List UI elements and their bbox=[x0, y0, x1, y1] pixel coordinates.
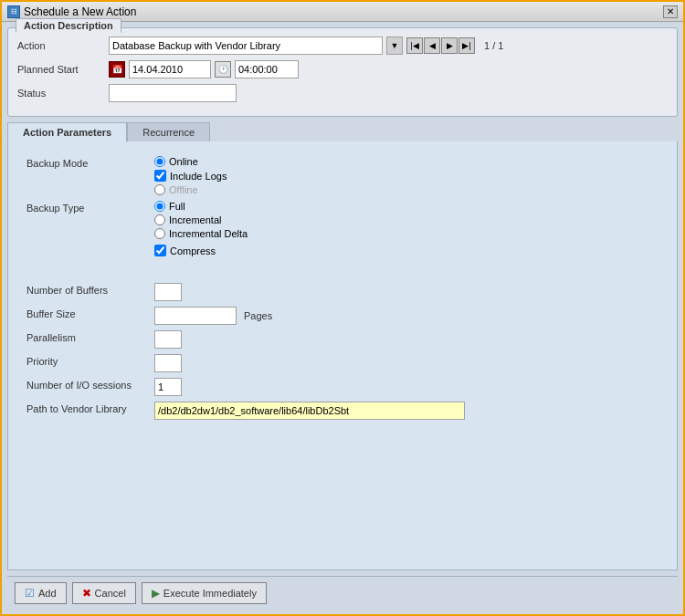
time-input[interactable] bbox=[235, 60, 299, 78]
incremental-option: Incremental bbox=[154, 214, 248, 225]
bottom-toolbar: ☑ Add ✖ Cancel ▶ Execute Immediately bbox=[7, 576, 678, 609]
offline-radio[interactable] bbox=[154, 184, 165, 195]
action-value-container: ▼ |◀ ◀ ▶ ▶| 1 / 1 bbox=[109, 37, 668, 55]
offline-label: Offline bbox=[169, 184, 198, 195]
main-window: ⊟ Schedule a New Action ✕ Action Descrip… bbox=[0, 0, 685, 616]
full-radio[interactable] bbox=[154, 201, 165, 212]
action-input[interactable] bbox=[109, 37, 383, 55]
title-bar-left: ⊟ Schedule a New Action bbox=[7, 5, 136, 18]
num-io-sessions-row: Number of I/O sessions bbox=[26, 378, 659, 396]
main-panel: Backup Mode Online Include Logs bbox=[7, 141, 678, 570]
priority-row: Priority bbox=[26, 354, 659, 372]
tab-action-parameters[interactable]: Action Parameters bbox=[7, 122, 127, 142]
online-label: Online bbox=[169, 156, 198, 167]
priority-label: Priority bbox=[26, 354, 154, 367]
planned-start-row: Planned Start 📅 🕐 bbox=[17, 59, 668, 79]
action-row: Action ▼ |◀ ◀ ▶ ▶| 1 / 1 bbox=[17, 36, 668, 56]
include-logs-checkbox[interactable] bbox=[154, 170, 166, 182]
buffer-size-label: Buffer Size bbox=[26, 307, 154, 319]
compress-row: Compress bbox=[26, 245, 659, 263]
nav-first-btn[interactable]: |◀ bbox=[406, 37, 423, 54]
buffer-size-input[interactable] bbox=[154, 307, 237, 325]
compress-label-spacer bbox=[26, 245, 154, 246]
tabs-area: Action Parameters Recurrence Backup Mode… bbox=[7, 122, 678, 570]
num-buffers-row: Number of Buffers bbox=[26, 283, 659, 301]
gap1 bbox=[26, 268, 659, 277]
planned-start-value: 📅 🕐 bbox=[109, 60, 668, 78]
online-radio[interactable] bbox=[154, 156, 165, 167]
cancel-icon: ✖ bbox=[82, 587, 91, 600]
calendar-icon[interactable]: 📅 bbox=[109, 61, 125, 78]
date-input[interactable] bbox=[129, 60, 211, 78]
action-description-tab: Action Description bbox=[16, 18, 121, 33]
add-icon: ☑ bbox=[25, 587, 35, 600]
incremental-label: Incremental bbox=[169, 214, 221, 225]
vendor-library-label: Path to Vendor Library bbox=[26, 402, 154, 414]
nav-last-btn[interactable]: ▶| bbox=[458, 37, 475, 54]
num-io-sessions-input[interactable] bbox=[154, 378, 182, 396]
close-button[interactable]: ✕ bbox=[663, 5, 678, 18]
full-option: Full bbox=[154, 201, 248, 212]
cancel-label: Cancel bbox=[95, 588, 126, 599]
planned-start-label: Planned Start bbox=[17, 64, 109, 75]
nav-buttons: |◀ ◀ ▶ ▶| bbox=[406, 37, 475, 54]
cancel-button[interactable]: ✖ Cancel bbox=[72, 582, 136, 604]
execute-button[interactable]: ▶ Execute Immediately bbox=[142, 582, 267, 604]
incremental-delta-label: Incremental Delta bbox=[169, 228, 248, 239]
backup-type-label: Backup Type bbox=[26, 201, 154, 214]
parallelism-row: Parallelism bbox=[26, 330, 659, 349]
buffer-size-row: Buffer Size Pages bbox=[26, 307, 659, 325]
status-row: Status bbox=[17, 83, 668, 103]
incremental-delta-option: Incremental Delta bbox=[154, 228, 248, 239]
tabs-container: Action Parameters Recurrence bbox=[7, 122, 678, 142]
num-buffers-input[interactable] bbox=[154, 283, 182, 301]
window-title: Schedule a New Action bbox=[24, 5, 136, 18]
backup-mode-options: Online Include Logs Offline bbox=[154, 156, 227, 195]
add-label: Add bbox=[38, 588, 57, 599]
include-logs-option: Include Logs bbox=[154, 170, 227, 182]
action-dropdown-btn[interactable]: ▼ bbox=[386, 37, 403, 55]
vendor-library-input[interactable] bbox=[154, 402, 465, 420]
params-section: Backup Mode Online Include Logs bbox=[26, 156, 659, 420]
clock-icon[interactable]: 🕐 bbox=[215, 61, 231, 78]
tab-recurrence[interactable]: Recurrence bbox=[127, 122, 210, 142]
nav-next-btn[interactable]: ▶ bbox=[441, 37, 458, 54]
online-option: Online bbox=[154, 156, 227, 167]
add-button[interactable]: ☑ Add bbox=[15, 582, 67, 604]
status-input[interactable] bbox=[109, 84, 237, 102]
compress-label: Compress bbox=[170, 245, 216, 256]
window-icon: ⊟ bbox=[7, 5, 20, 18]
full-label: Full bbox=[169, 201, 185, 212]
page-info: 1 / 1 bbox=[484, 40, 503, 51]
priority-input[interactable] bbox=[154, 354, 182, 372]
pages-label: Pages bbox=[244, 310, 272, 321]
execute-label: Execute Immediately bbox=[163, 588, 257, 599]
compress-option: Compress bbox=[154, 245, 216, 256]
window-body: Action Description Action ▼ |◀ ◀ ▶ ▶| 1 … bbox=[2, 22, 683, 614]
offline-option: Offline bbox=[154, 184, 227, 195]
backup-mode-row: Backup Mode Online Include Logs bbox=[26, 156, 659, 195]
backup-type-options: Full Incremental Incremental Delta bbox=[154, 201, 248, 239]
num-buffers-label: Number of Buffers bbox=[26, 283, 154, 296]
backup-type-row: Backup Type Full Incremental bbox=[26, 201, 659, 239]
execute-icon: ▶ bbox=[152, 587, 160, 600]
include-logs-label: Include Logs bbox=[170, 171, 227, 182]
parallelism-label: Parallelism bbox=[26, 330, 154, 343]
compress-checkbox[interactable] bbox=[154, 245, 166, 256]
buffer-size-container: Pages bbox=[154, 307, 272, 325]
nav-prev-btn[interactable]: ◀ bbox=[424, 37, 440, 54]
parallelism-input[interactable] bbox=[154, 330, 182, 349]
action-description-panel: Action Description Action ▼ |◀ ◀ ▶ ▶| 1 … bbox=[7, 27, 678, 117]
action-label: Action bbox=[17, 40, 109, 51]
num-io-sessions-label: Number of I/O sessions bbox=[26, 378, 154, 391]
incremental-radio[interactable] bbox=[154, 214, 165, 225]
backup-mode-label: Backup Mode bbox=[26, 156, 154, 169]
status-value bbox=[109, 84, 668, 102]
status-label: Status bbox=[17, 88, 109, 99]
vendor-library-row: Path to Vendor Library bbox=[26, 402, 659, 420]
incremental-delta-radio[interactable] bbox=[154, 228, 165, 239]
